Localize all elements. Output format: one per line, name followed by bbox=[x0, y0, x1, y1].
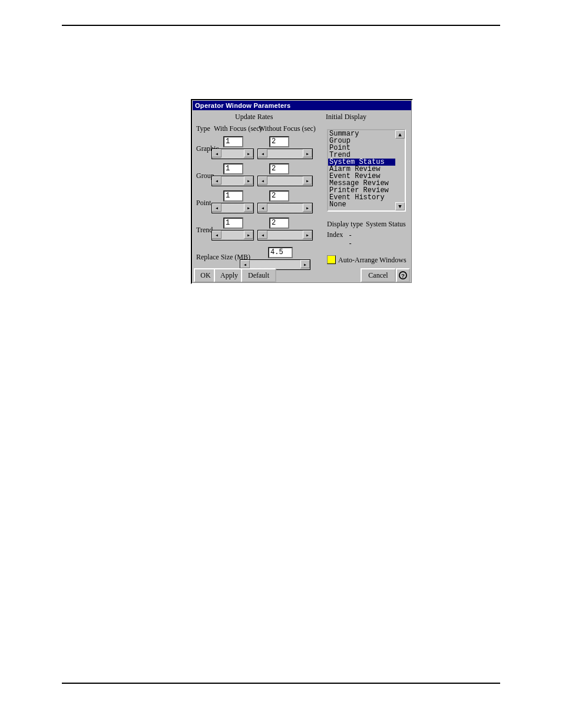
arrow-left-icon[interactable]: ◂ bbox=[240, 260, 250, 268]
rate-slider[interactable]: ◂▸ bbox=[211, 230, 254, 241]
rate-slider[interactable]: ◂▸ bbox=[211, 149, 254, 159]
listbox-scrollbar[interactable]: ▲ ▼ bbox=[395, 130, 405, 210]
arrow-right-icon[interactable]: ▸ bbox=[303, 176, 312, 185]
dialog-button-row: OK Apply Default Cancel ? bbox=[194, 268, 410, 281]
display-type-label: Display type bbox=[327, 220, 363, 228]
list-item[interactable]: None bbox=[328, 201, 395, 208]
dialog-title: Operator Window Parameters bbox=[195, 102, 290, 109]
rate-input[interactable]: 1 bbox=[223, 218, 243, 229]
rate-input[interactable]: 2 bbox=[269, 163, 289, 174]
cancel-button[interactable]: Cancel bbox=[361, 268, 396, 282]
arrow-right-icon[interactable]: ▸ bbox=[244, 149, 253, 157]
dialog-titlebar[interactable]: Operator Window Parameters bbox=[193, 101, 411, 110]
checkbox-icon[interactable] bbox=[327, 255, 336, 264]
rate-cell: 1◂▸ bbox=[211, 190, 254, 213]
rate-slider[interactable]: ◂▸ bbox=[211, 203, 254, 213]
index-label: Index bbox=[327, 230, 343, 239]
rate-row-label: Point bbox=[196, 199, 211, 207]
arrow-left-icon[interactable]: ◂ bbox=[258, 149, 267, 157]
rate-cell: 2◂▸ bbox=[257, 136, 300, 159]
slider-track[interactable] bbox=[267, 230, 303, 240]
arrow-left-icon[interactable]: ◂ bbox=[258, 176, 267, 185]
rate-input[interactable]: 2 bbox=[269, 218, 289, 229]
rate-input[interactable]: 1 bbox=[223, 163, 243, 174]
ok-label: OK bbox=[200, 271, 210, 280]
default-button[interactable]: Default bbox=[241, 268, 276, 282]
arrow-right-icon[interactable]: ▸ bbox=[303, 230, 312, 239]
operator-window-parameters-dialog: Operator Window Parameters Update Rates … bbox=[191, 99, 413, 284]
arrow-right-icon[interactable]: ▸ bbox=[244, 230, 253, 239]
rate-cell: 2◂▸ bbox=[257, 218, 300, 241]
rate-cell: 2◂▸ bbox=[257, 190, 300, 213]
rate-row-label: Trend bbox=[196, 226, 213, 234]
rate-input[interactable]: 2 bbox=[269, 136, 289, 147]
initial-display-heading: Initial Display bbox=[326, 113, 366, 121]
rate-cell: 2◂▸ bbox=[257, 163, 300, 186]
initial-display-listbox[interactable]: SummaryGroupPointTrendSystem StatusAlarm… bbox=[327, 129, 406, 212]
default-label: Default bbox=[248, 271, 269, 280]
arrow-right-icon[interactable]: ▸ bbox=[244, 176, 253, 185]
update-rates-heading: Update Rates bbox=[235, 113, 273, 121]
rate-slider[interactable]: ◂▸ bbox=[257, 149, 313, 159]
arrow-left-icon[interactable]: ◂ bbox=[212, 149, 222, 157]
slider-track[interactable] bbox=[222, 176, 244, 186]
rate-slider[interactable]: ◂▸ bbox=[257, 230, 313, 241]
arrow-right-icon[interactable]: ▸ bbox=[300, 260, 310, 268]
rate-cell: 1◂▸ bbox=[211, 218, 254, 241]
scroll-track[interactable] bbox=[395, 139, 405, 202]
apply-label: Apply bbox=[220, 271, 238, 280]
col-type: Type bbox=[196, 124, 210, 133]
slider-track[interactable] bbox=[222, 230, 244, 240]
help-icon: ? bbox=[399, 271, 407, 279]
svg-text:?: ? bbox=[401, 272, 405, 279]
index-value: -- bbox=[348, 231, 352, 248]
rate-input[interactable]: 2 bbox=[269, 190, 289, 202]
arrow-right-icon[interactable]: ▸ bbox=[303, 203, 312, 212]
arrow-left-icon[interactable]: ◂ bbox=[258, 230, 267, 239]
arrow-left-icon[interactable]: ◂ bbox=[212, 203, 222, 212]
rate-slider[interactable]: ◂▸ bbox=[257, 176, 313, 186]
page-rule-top bbox=[62, 25, 500, 26]
scroll-up-icon[interactable]: ▲ bbox=[395, 130, 405, 139]
rate-input[interactable]: 1 bbox=[223, 190, 243, 202]
arrow-left-icon[interactable]: ◂ bbox=[212, 176, 222, 185]
replace-size-input[interactable]: 4.5 bbox=[268, 247, 293, 258]
arrow-right-icon[interactable]: ▸ bbox=[303, 149, 312, 157]
col-without-focus: Without Focus (sec) bbox=[259, 124, 316, 133]
help-button[interactable]: ? bbox=[396, 268, 410, 282]
slider-track[interactable] bbox=[267, 176, 303, 186]
slider-track[interactable] bbox=[222, 203, 244, 213]
col-with-focus: With Focus (sec) bbox=[214, 124, 262, 133]
slider-track[interactable] bbox=[267, 149, 303, 159]
scroll-down-icon[interactable]: ▼ bbox=[395, 202, 405, 210]
arrow-left-icon[interactable]: ◂ bbox=[258, 203, 267, 212]
arrow-right-icon[interactable]: ▸ bbox=[244, 203, 253, 212]
slider-track[interactable] bbox=[222, 149, 244, 159]
apply-button[interactable]: Apply bbox=[214, 268, 244, 282]
auto-arrange-checkbox[interactable]: Auto-Arrange Windows bbox=[327, 255, 406, 265]
rate-input[interactable]: 1 bbox=[223, 136, 243, 147]
rate-cell: 1◂▸ bbox=[211, 136, 254, 159]
display-type-value: System Status bbox=[366, 220, 406, 229]
rate-slider[interactable]: ◂▸ bbox=[211, 176, 254, 186]
rate-slider[interactable]: ◂▸ bbox=[257, 203, 313, 213]
arrow-left-icon[interactable]: ◂ bbox=[212, 230, 222, 239]
cancel-label: Cancel bbox=[368, 271, 388, 280]
auto-arrange-label: Auto-Arrange Windows bbox=[338, 256, 406, 264]
slider-track[interactable] bbox=[267, 203, 303, 213]
rate-cell: 1◂▸ bbox=[211, 163, 254, 186]
page-rule-bottom bbox=[62, 683, 500, 684]
